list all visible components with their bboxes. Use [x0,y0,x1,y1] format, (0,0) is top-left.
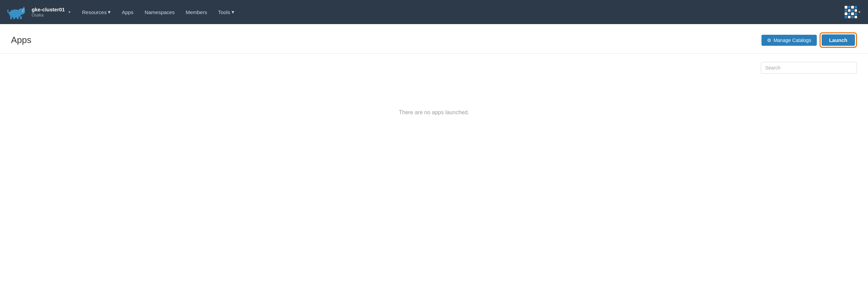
cluster-selector[interactable]: gke-cluster01 Osaka ▾ [27,4,75,20]
cluster-region: Osaka [32,13,65,18]
page-header: Apps ⚙ Manage Catalogs Launch [0,24,868,54]
cluster-name: gke-cluster01 [32,7,65,13]
empty-state: There are no apps launched. [11,82,857,143]
nav-label-apps: Apps [122,9,133,15]
grid-mosaic-icon [845,6,857,18]
nav-item-namespaces[interactable]: Namespaces [140,7,180,18]
nav-item-resources[interactable]: Resources ▾ [77,6,116,18]
svg-point-10 [23,11,23,12]
nav-item-apps[interactable]: Apps [117,7,138,18]
svg-rect-5 [10,16,12,19]
svg-rect-8 [20,16,22,19]
nav-label-resources: Resources [82,9,107,15]
svg-point-4 [22,9,25,11]
header-actions: ⚙ Manage Catalogs Launch [761,32,857,48]
launch-button[interactable]: Launch [822,34,855,46]
nav-label-tools: Tools [218,9,230,15]
grid-menu-button[interactable]: ▾ [843,4,863,20]
nav-label-namespaces: Namespaces [145,9,175,15]
page-title: Apps [11,35,31,45]
navbar-right: ▾ [843,4,863,20]
cluster-dropdown-chevron: ▾ [68,10,70,14]
tools-chevron-icon: ▾ [232,9,234,15]
main-content: Apps ⚙ Manage Catalogs Launch There are … [0,24,868,298]
nav-item-tools[interactable]: Tools ▾ [213,6,239,18]
grid-menu-chevron: ▾ [858,10,860,14]
svg-rect-7 [17,17,19,20]
gear-icon: ⚙ [767,38,771,43]
launch-button-wrapper: Launch [820,32,857,48]
manage-catalogs-label: Manage Catalogs [774,38,811,43]
search-wrapper [761,62,857,74]
content-area: There are no apps launched. [0,54,868,151]
navbar: gke-cluster01 Osaka ▾ Resources ▾ Apps N… [0,0,868,24]
svg-rect-6 [13,17,15,20]
main-nav: Resources ▾ Apps Namespaces Members Tool… [77,6,239,18]
search-input[interactable] [761,62,857,74]
empty-state-text: There are no apps launched. [399,109,469,116]
logo[interactable] [5,4,26,20]
resources-chevron-icon: ▾ [108,9,111,15]
manage-catalogs-button[interactable]: ⚙ Manage Catalogs [761,35,817,46]
cluster-info: gke-cluster01 Osaka [32,7,65,18]
nav-label-members: Members [186,9,207,15]
nav-item-members[interactable]: Members [181,7,212,18]
